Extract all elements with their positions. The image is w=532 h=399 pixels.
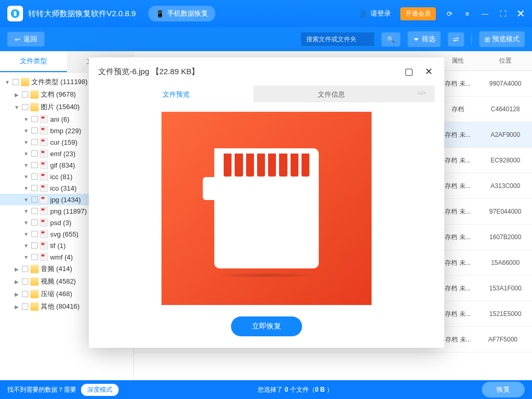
caret-icon[interactable]: ▶ <box>14 92 20 98</box>
cell-pos: 97E044000 <box>479 208 532 215</box>
tree-label: 压缩 (468) <box>41 289 72 299</box>
cell-pos: C4640128 <box>479 105 532 113</box>
modal-maximize-icon[interactable]: ▢ <box>402 65 415 78</box>
modal-tabs: 文件预览 文件信息 </> <box>98 86 435 102</box>
grid-icon: ⊞ <box>484 36 490 43</box>
folder-icon <box>30 90 39 99</box>
file-ext-icon <box>40 138 48 146</box>
caret-icon[interactable]: ▼ <box>23 116 29 122</box>
tree-label: jpg (1434) <box>50 196 81 204</box>
checkbox[interactable] <box>31 196 38 203</box>
tree-label: tif (1) <box>50 242 66 250</box>
toolbar: ↩ 返回 🔍 ⏷ 筛选 ⇄ ⊞ 预览模式 <box>0 27 532 51</box>
checkbox[interactable] <box>22 91 28 98</box>
search-button[interactable]: 🔍 <box>381 32 400 46</box>
tree-label: 视频 (4582) <box>41 277 76 286</box>
checkbox[interactable] <box>22 278 28 285</box>
folder-icon <box>30 103 39 111</box>
col-header-pos[interactable]: 位置 <box>479 51 532 71</box>
filter-icon: ⏷ <box>413 36 420 43</box>
checkbox[interactable] <box>31 127 38 134</box>
caret-icon[interactable]: ▼ <box>23 151 29 157</box>
checkbox[interactable] <box>31 208 38 214</box>
caret-icon[interactable]: ▼ <box>23 185 29 191</box>
checkbox[interactable] <box>31 231 38 237</box>
tree-label: psd (3) <box>50 219 71 227</box>
svg-rect-1 <box>14 11 17 16</box>
menu-icon[interactable]: ≡ <box>463 9 471 18</box>
checkbox[interactable] <box>31 173 38 180</box>
login-button[interactable]: 👤 请登录 <box>359 9 391 18</box>
cell-pos: 1521E5000 <box>479 310 532 318</box>
modal-close-icon[interactable]: ✕ <box>423 65 435 78</box>
caret-icon[interactable]: ▼ <box>4 79 10 85</box>
preview-mode-button[interactable]: ⊞ 预览模式 <box>479 31 525 47</box>
search-input[interactable] <box>301 32 374 46</box>
caret-icon[interactable]: ▼ <box>23 174 29 180</box>
caret-icon[interactable]: ▶ <box>14 266 20 272</box>
caret-icon[interactable]: ▼ <box>23 243 29 249</box>
cell-prop: 存档 未... <box>439 335 478 344</box>
swap-button[interactable]: ⇄ <box>448 32 464 46</box>
checkbox[interactable] <box>22 291 28 297</box>
checkbox[interactable] <box>22 303 28 310</box>
cell-pos: 15A66000 <box>479 259 532 266</box>
file-ext-icon <box>40 230 48 238</box>
tree-label: 文件类型 (111198) <box>31 77 88 87</box>
caret-icon[interactable]: ▶ <box>14 304 20 310</box>
caret-icon[interactable]: ▼ <box>23 231 29 237</box>
tab-code[interactable]: </> <box>409 86 435 102</box>
vip-button[interactable]: 开通会员 <box>400 7 436 20</box>
caret-icon[interactable]: ▼ <box>23 208 29 214</box>
cell-pos: EC928000 <box>479 157 532 164</box>
close-icon[interactable]: ✕ <box>516 9 525 18</box>
checkbox[interactable] <box>13 79 19 85</box>
tree-label: 其他 (80416) <box>41 302 79 311</box>
cell-pos: 1607B2000 <box>479 233 532 241</box>
caret-icon[interactable]: ▶ <box>14 291 20 297</box>
caret-icon[interactable]: ▼ <box>23 220 29 226</box>
checkbox[interactable] <box>31 150 38 157</box>
recover-button[interactable]: 恢复 <box>482 382 525 397</box>
checkbox[interactable] <box>31 242 38 249</box>
tab-info[interactable]: 文件信息 <box>253 86 409 102</box>
caret-icon[interactable]: ▼ <box>23 197 29 203</box>
caret-icon[interactable]: ▼ <box>23 254 29 260</box>
maximize-icon[interactable]: ⛶ <box>499 9 507 18</box>
checkbox[interactable] <box>31 254 38 260</box>
back-arrow-icon: ↩ <box>15 36 20 43</box>
swap-icon: ⇄ <box>453 36 459 43</box>
back-button[interactable]: ↩ 返回 <box>7 32 44 46</box>
deep-mode-button[interactable]: 深度模式 <box>80 383 119 396</box>
caret-icon[interactable]: ▼ <box>23 139 29 145</box>
filter-button[interactable]: ⏷ 筛选 <box>408 31 441 47</box>
cell-pos: AF7F5000 <box>478 336 528 343</box>
checkbox[interactable] <box>22 104 28 110</box>
tab-file-type[interactable]: 文件类型 <box>0 51 67 72</box>
tree-label: png (11897) <box>50 207 87 215</box>
checkbox[interactable] <box>31 162 38 168</box>
restore-button[interactable]: 立即恢复 <box>231 316 302 336</box>
minimize-icon[interactable]: — <box>481 9 489 18</box>
titlebar: 转转大师数据恢复软件V2.0.8.9 📱 手机数据恢复 👤 请登录 开通会员 ⟳… <box>0 0 532 27</box>
caret-icon[interactable]: ▼ <box>23 162 29 168</box>
caret-icon[interactable]: ▼ <box>23 128 29 134</box>
separator <box>471 34 472 44</box>
file-ext-icon <box>40 253 48 261</box>
file-ext-icon <box>40 207 48 215</box>
tree-label: wmf (4) <box>50 253 73 261</box>
checkbox[interactable] <box>31 219 38 226</box>
checkbox[interactable] <box>31 116 38 122</box>
file-ext-icon <box>40 115 48 123</box>
selection-info: 您选择了 0 个文件（0 B ） <box>258 385 332 394</box>
checkbox[interactable] <box>31 139 38 145</box>
checkbox[interactable] <box>22 266 28 272</box>
preview-image <box>161 112 372 305</box>
tree-label: cur (159) <box>50 138 77 146</box>
caret-icon[interactable]: ▶ <box>14 279 20 285</box>
refresh-icon[interactable]: ⟳ <box>445 9 454 18</box>
phone-recover-button[interactable]: 📱 手机数据恢复 <box>148 6 215 21</box>
checkbox[interactable] <box>31 185 38 191</box>
caret-icon[interactable]: ▼ <box>14 104 20 110</box>
tab-preview[interactable]: 文件预览 <box>98 86 253 102</box>
